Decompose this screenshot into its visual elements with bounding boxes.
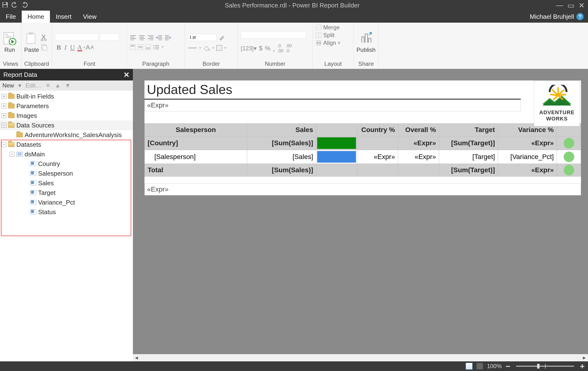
zoom-slider[interactable] — [516, 366, 574, 367]
report-title[interactable]: Updated Sales — [145, 80, 521, 99]
align-left-icon[interactable] — [130, 35, 136, 40]
align-center-icon[interactable] — [138, 35, 145, 40]
col-sales[interactable]: Sales — [247, 124, 316, 136]
align-right-icon[interactable] — [147, 35, 154, 40]
maximize-button[interactable]: ▭ — [567, 1, 574, 10]
cell[interactable]: [Sum(Sales)] — [247, 136, 316, 150]
save-icon[interactable] — [2, 2, 8, 9]
tree-field[interactable]: Target — [38, 189, 55, 197]
fill-color-icon[interactable] — [203, 45, 210, 51]
tree-datasets[interactable]: Datasets — [16, 141, 41, 148]
col-bar[interactable] — [316, 124, 357, 136]
tab-home[interactable]: Home — [22, 10, 50, 23]
report-body[interactable]: Updated Sales «Expr» Salesperson Sales C… — [145, 80, 581, 195]
minimize-button[interactable]: — — [556, 1, 563, 10]
scroll-right-icon[interactable]: ► — [581, 355, 588, 361]
col-target[interactable]: Target — [439, 124, 498, 136]
bold-button[interactable]: B — [55, 44, 63, 51]
tree-datasources[interactable]: Data Sources — [16, 122, 54, 129]
cell[interactable]: [Target] — [439, 150, 498, 164]
cell[interactable] — [357, 136, 398, 150]
percent-icon[interactable]: % — [265, 45, 270, 52]
underline-button[interactable]: U — [69, 44, 76, 51]
cell-indicator[interactable] — [557, 136, 581, 150]
outdent-icon[interactable] — [156, 35, 163, 40]
border-color-icon[interactable] — [219, 34, 226, 40]
undo-icon[interactable] — [10, 2, 18, 9]
run-button[interactable]: Run — [3, 31, 16, 53]
collapse-icon[interactable]: − — [10, 152, 14, 157]
cell-bar[interactable] — [316, 150, 357, 164]
font-color-button[interactable]: A — [77, 44, 83, 51]
font-shrink-button[interactable]: A — [91, 45, 94, 50]
valign-top-icon[interactable] — [130, 44, 136, 50]
panel-tree[interactable]: +Built-in Fields +Parameters +Images −Da… — [0, 90, 133, 361]
tree-ds-item[interactable]: AdventureWorksInc_SalesAnalysis — [25, 131, 122, 139]
border-preset-icon[interactable] — [216, 45, 222, 51]
bullet-list-icon[interactable] — [153, 44, 160, 50]
cell-indicator[interactable] — [557, 164, 581, 177]
zoom-in-button[interactable]: + — [580, 361, 585, 371]
tab-file[interactable]: File — [0, 10, 22, 23]
redo-icon[interactable] — [21, 2, 29, 9]
valign-bottom-icon[interactable] — [145, 44, 151, 50]
expand-icon[interactable]: + — [1, 113, 6, 118]
cell[interactable]: «Expr» — [357, 150, 398, 164]
indent-icon[interactable] — [165, 35, 171, 40]
tree-dsmain[interactable]: dsMain — [25, 150, 45, 158]
cell[interactable]: [Country] — [145, 136, 247, 150]
split-button[interactable]: Split — [315, 32, 335, 39]
expand-icon[interactable]: + — [1, 104, 6, 108]
tree-field[interactable]: Salesperson — [38, 170, 73, 177]
tree-field[interactable]: Status — [38, 208, 56, 216]
italic-button[interactable]: I — [63, 44, 68, 51]
tab-view[interactable]: View — [77, 10, 102, 23]
cut-icon[interactable] — [41, 34, 48, 41]
collapse-icon[interactable]: − — [1, 142, 6, 147]
col-salesperson[interactable]: Salesperson — [145, 124, 247, 136]
cell[interactable]: «Expr» — [398, 136, 439, 150]
cell[interactable] — [357, 164, 398, 177]
increase-decimal-icon[interactable]: .0.00 — [277, 43, 284, 53]
preview-icon[interactable] — [476, 363, 483, 370]
valign-middle-icon[interactable] — [137, 44, 143, 50]
cell[interactable]: [Variance_Pct] — [498, 150, 557, 164]
border-style-icon[interactable] — [188, 46, 197, 50]
collapse-icon[interactable]: − — [1, 123, 6, 128]
cell[interactable]: Total — [145, 164, 247, 177]
cell[interactable]: [Sales] — [247, 150, 316, 164]
tree-images[interactable]: Images — [16, 112, 37, 120]
number-format-select[interactable] — [241, 31, 306, 39]
decrease-decimal-icon[interactable]: .00.0 — [286, 43, 292, 53]
cell[interactable]: [Sum(Target)] — [439, 136, 498, 150]
font-size-select[interactable] — [100, 33, 119, 41]
border-width-select[interactable]: 1 pt — [188, 34, 217, 41]
tree-field[interactable]: Variance_Pct — [38, 199, 75, 206]
horizontal-scrollbar[interactable]: ◄ ► — [133, 354, 588, 361]
align-button[interactable]: Align ▾ — [315, 40, 340, 46]
copy-icon[interactable] — [41, 44, 48, 51]
cell-indicator[interactable] — [557, 150, 581, 164]
expand-icon[interactable]: + — [1, 94, 6, 99]
cell[interactable]: [Sum(Sales)] — [247, 164, 316, 177]
font-family-select[interactable] — [55, 33, 98, 41]
tree-parameters[interactable]: Parameters — [16, 102, 49, 110]
publish-button[interactable]: Publish — [357, 31, 376, 53]
cell[interactable]: [Sum(Target)] — [439, 164, 498, 177]
scroll-left-icon[interactable]: ◄ — [133, 355, 140, 361]
col-overall-pct[interactable]: Overall % — [398, 124, 439, 136]
cell[interactable]: «Expr» — [398, 150, 439, 164]
zoom-out-button[interactable]: − — [505, 361, 510, 371]
placeholder-icon[interactable]: [123]▾ — [241, 45, 256, 52]
paste-button[interactable]: Paste — [24, 31, 39, 53]
currency-icon[interactable]: $ — [259, 45, 262, 52]
cell-bar[interactable] — [316, 136, 357, 150]
design-view-icon[interactable] — [466, 363, 472, 370]
cell[interactable]: «Expr» — [498, 136, 557, 150]
panel-close-icon[interactable]: ✕ — [124, 70, 129, 79]
report-footer[interactable]: «Expr» — [145, 183, 581, 195]
help-icon[interactable]: ? — [577, 13, 584, 20]
tree-field[interactable]: Sales — [38, 180, 54, 187]
thousands-icon[interactable]: , — [273, 44, 275, 52]
tree-builtin[interactable]: Built-in Fields — [16, 93, 54, 100]
